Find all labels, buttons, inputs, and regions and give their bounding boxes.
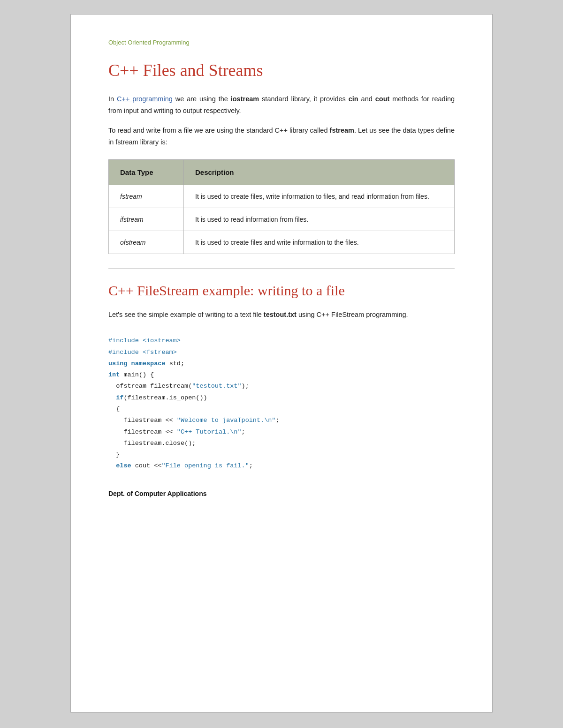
code-end-12: ; (249, 462, 253, 469)
cpp-programming-link[interactable]: C++ programming (117, 95, 173, 103)
intro-text-after-link: we are using the (173, 95, 231, 103)
code-line-7: { (108, 404, 455, 415)
section2-title: C++ FileStream example: writing to a fil… (108, 283, 455, 299)
intro-paragraph-1: In C++ programming we are using the iost… (108, 93, 455, 116)
code-line-10: filestream.close(); (108, 438, 455, 449)
footer-text: Dept. of Computer Applications (108, 490, 455, 497)
keyword-int: int (108, 371, 120, 378)
table-cell-desc-ifstream: It is used to read information from file… (184, 208, 455, 231)
fstream-bold: fstream (330, 127, 354, 134)
breadcrumb: Object Oriented Programming (108, 38, 455, 46)
code-block: #include <iostream> #include <fstream> u… (108, 330, 455, 477)
code-line-8: filestream << "Welcome to javaTpoint.\n"… (108, 415, 455, 426)
testout-bold: testout.txt (264, 311, 297, 318)
keyword-using: using namespace (108, 360, 166, 367)
code-rest-12: cout << (131, 462, 162, 469)
section2-intro-after: using C++ FileStream programming. (297, 311, 408, 318)
table-cell-type-fstream: fstream (109, 185, 184, 208)
section-divider (108, 268, 455, 269)
code-string-9: "C++ Tutorial.\n" (177, 428, 242, 435)
code-line-4: int main() { (108, 369, 455, 381)
intro-text-before-link: In (108, 95, 117, 103)
data-type-table: Data Type Description fstream It is used… (108, 159, 455, 254)
table-row: fstream It is used to create files, writ… (109, 185, 455, 208)
intro2-before: To read and write from a file we are usi… (108, 127, 330, 134)
code-line-2: #include <fstream> (108, 347, 455, 358)
cout-bold: cout (375, 95, 390, 103)
section2-intro: Let's see the simple example of writing … (108, 309, 455, 321)
code-line-5: ofstream filestream("testout.txt"); (108, 381, 455, 392)
table-cell-desc-ofstream: It is used to create files and write inf… (184, 231, 455, 254)
keyword-else: else (108, 462, 131, 469)
code-line-1: #include <iostream> (108, 335, 455, 346)
table-row: ofstream It is used to create files and … (109, 231, 455, 254)
code-line-9: filestream << "C++ Tutorial.\n"; (108, 427, 455, 438)
code-rest-3: std; (166, 360, 185, 367)
code-line-12: else cout <<"File opening is fail."; (108, 460, 455, 472)
code-end-5: ); (242, 383, 249, 390)
intro-and: and (358, 95, 375, 103)
table-cell-desc-fstream: It is used to create files, write inform… (184, 185, 455, 208)
page-title: C++ Files and Streams (108, 60, 455, 80)
code-rest-6: (filestream.is_open()) (123, 394, 207, 401)
table-row: ifstream It is used to read information … (109, 208, 455, 231)
code-end-9: ; (242, 428, 245, 435)
table-header-description: Description (184, 159, 455, 185)
iostream-bold: iostream (231, 95, 259, 103)
keyword-if: if (108, 394, 123, 401)
code-prefix-8: filestream << (108, 417, 177, 424)
table-cell-type-ifstream: ifstream (109, 208, 184, 231)
cin-bold: cin (349, 95, 358, 103)
code-string-5: "testout.txt" (192, 383, 241, 390)
intro-rest: standard library, it provides (259, 95, 349, 103)
code-prefix-9: filestream << (108, 428, 177, 435)
intro-paragraph-2: To read and write from a file we are usi… (108, 125, 455, 148)
breadcrumb-link[interactable]: Object Oriented Programming (108, 39, 190, 46)
page-container: Object Oriented Programming C++ Files an… (70, 14, 493, 713)
table-header-row: Data Type Description (109, 159, 455, 185)
code-line-11: } (108, 449, 455, 460)
code-string-8: "Welcome to javaTpoint.\n" (177, 417, 276, 424)
code-line-6: if(filestream.is_open()) (108, 392, 455, 404)
table-cell-type-ofstream: ofstream (109, 231, 184, 254)
code-normal-5: ofstream filestream( (108, 383, 192, 390)
section2-intro-before: Let's see the simple example of writing … (108, 311, 264, 318)
code-rest-4: main() { (120, 371, 154, 378)
code-line-3: using namespace std; (108, 358, 455, 369)
table-header-datatype: Data Type (109, 159, 184, 185)
code-string-12: "File opening is fail." (161, 462, 249, 469)
code-end-8: ; (275, 417, 279, 424)
